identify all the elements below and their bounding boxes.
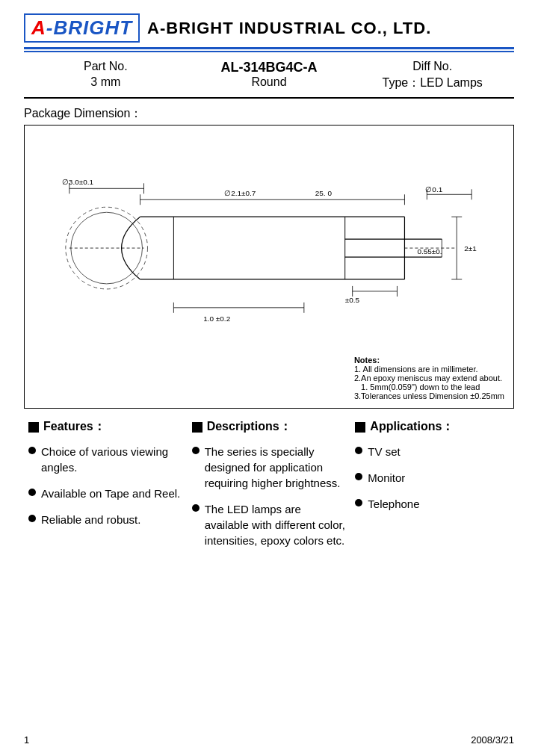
app-bullet-3 [355, 499, 362, 506]
feature-text-3: Reliable and robust. [41, 512, 140, 527]
footer-date: 2008/3/21 [471, 734, 514, 746]
logo-bright: -BRIGHT [46, 16, 132, 39]
type-label: Type：LED Lamps [350, 75, 514, 91]
logo: A-BRIGHT [24, 13, 140, 43]
bullet-1 [28, 447, 36, 454]
feature-item-1: Choice of various viewing angles. [28, 444, 183, 475]
application-item-3: Telephone [355, 496, 510, 512]
diff-no-label: Diff No. [350, 60, 514, 75]
description-text-1: The series is specially designed for app… [205, 444, 347, 491]
application-item-2: Monitor [355, 470, 510, 486]
notes-area: Notes: 1. All dimensions are in millimet… [354, 356, 504, 400]
page: A-BRIGHT A-BRIGHT INDUSTRIAL CO., LTD. P… [0, 0, 538, 756]
footer: 1 2008/3/21 [24, 734, 514, 746]
applications-section: Applications： TV set Monitor Telephone [350, 419, 514, 559]
part-row1: Part No. AL-314BG4C-A Diff No. [24, 60, 514, 75]
svg-text:0.55±0.: 0.55±0. [417, 247, 442, 255]
app-bullet-2 [355, 473, 362, 480]
descriptions-section: Descriptions： The series is specially de… [188, 419, 351, 559]
applications-header: Applications： [355, 419, 510, 435]
notes-line-3: 1. 5mm(0.059") down to the lead [354, 382, 504, 391]
company-name: A-BRIGHT INDUSTRIAL CO., LTD. [147, 19, 431, 38]
features-icon [28, 422, 39, 433]
logo-a: A [31, 16, 46, 39]
feature-text-1: Choice of various viewing angles. [41, 444, 183, 475]
svg-text:∅2.1±0.7: ∅2.1±0.7 [224, 189, 256, 197]
applications-label: Applications： [370, 419, 454, 435]
shape-label: Round [188, 75, 351, 91]
descriptions-header: Descriptions： [192, 419, 347, 435]
page-number: 1 [24, 734, 29, 746]
application-item-1: TV set [355, 444, 510, 459]
features-label: Features： [43, 419, 105, 435]
features-section: Features： Choice of various viewing angl… [24, 419, 188, 559]
descriptions-label: Descriptions： [207, 419, 291, 435]
bullet-2 [28, 489, 36, 496]
desc-bullet-1 [192, 447, 200, 454]
feature-item-3: Reliable and robust. [28, 512, 183, 527]
features-header: Features： [28, 419, 183, 435]
package-diagram: ∅3.0±0.1 ∅2.1±0.7 25. 0 ∅0.1 1.0 ±0.2 ±0… [24, 125, 514, 409]
feature-text-2: Available on Tape and Reel. [41, 486, 180, 501]
part-row2: 3 mm Round Type：LED Lamps [24, 75, 514, 99]
header-underline [24, 51, 514, 52]
notes-line-2: 2.An epoxy meniscus may extend about. [354, 374, 504, 382]
svg-text:25. 0: 25. 0 [315, 189, 333, 197]
desc-bullet-2 [192, 504, 200, 512]
application-text-1: TV set [368, 444, 400, 459]
bullet-3 [28, 515, 36, 522]
header: A-BRIGHT A-BRIGHT INDUSTRIAL CO., LTD. [24, 13, 514, 49]
description-text-2: The LED lamps are available with differe… [205, 501, 347, 548]
notes-title: Notes: [354, 356, 504, 365]
applications-icon [355, 422, 365, 433]
svg-text:2±1: 2±1 [464, 244, 477, 252]
svg-text:1.0 ±0.2: 1.0 ±0.2 [203, 315, 230, 323]
application-text-2: Monitor [368, 470, 405, 486]
package-dimension-label: Package Dimension： [24, 106, 514, 122]
description-item-2: The LED lamps are available with differe… [192, 501, 347, 548]
part-no-value: AL-314BG4C-A [188, 60, 351, 75]
application-text-3: Telephone [368, 496, 419, 512]
notes-line-1: 1. All dimensions are in millimeter. [354, 365, 504, 374]
svg-text:±0.5: ±0.5 [345, 296, 360, 304]
svg-text:∅0.1: ∅0.1 [425, 185, 442, 193]
size-label: 3 mm [24, 75, 188, 91]
bottom-section: Features： Choice of various viewing angl… [24, 419, 514, 559]
description-item-1: The series is specially designed for app… [192, 444, 347, 491]
feature-item-2: Available on Tape and Reel. [28, 486, 183, 501]
svg-text:∅3.0±0.1: ∅3.0±0.1 [62, 178, 94, 186]
descriptions-icon [192, 422, 202, 433]
part-no-label: Part No. [24, 60, 188, 75]
app-bullet-1 [355, 447, 362, 454]
notes-line-4: 3.Tolerances unless Dimension ±0.25mm [354, 391, 504, 400]
